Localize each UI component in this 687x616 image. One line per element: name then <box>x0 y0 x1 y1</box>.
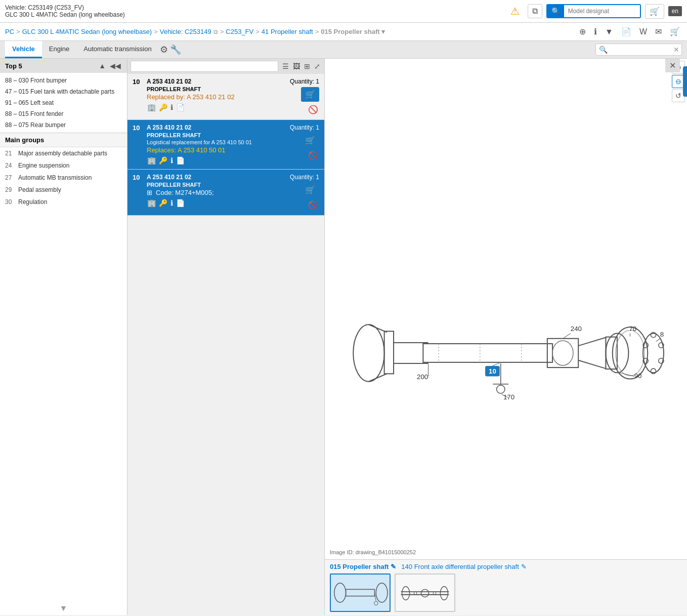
qty-label-0: Quantity: 1 <box>290 78 319 85</box>
breadcrumb-sep-4: > <box>315 28 319 35</box>
close-btn[interactable]: ✕ <box>665 59 680 72</box>
part-replaces-1: Replaces: A 253 410 50 01 <box>147 146 280 154</box>
parts-search-input[interactable] <box>131 61 278 72</box>
mg-item-3[interactable]: 29 Pedal assembly <box>0 184 127 196</box>
tab-search-input[interactable] <box>611 44 671 55</box>
del-btn-2[interactable]: 🚫 <box>307 199 319 211</box>
part-icon-doc-2[interactable]: 📄 <box>176 198 185 208</box>
breadcrumb-sep-0: > <box>16 28 20 35</box>
del-btn-1[interactable]: 🚫 <box>307 150 319 161</box>
model-search-btn[interactable]: 🔍 <box>547 5 564 17</box>
part-icon-doc-1[interactable]: 📄 <box>176 156 185 165</box>
bc-info-btn[interactable]: ℹ <box>592 26 599 37</box>
parts-list-icon[interactable]: ☰ <box>281 61 290 71</box>
mg-item-1[interactable]: 24 Engine suspension <box>0 159 127 172</box>
bc-doc-btn[interactable]: 📄 <box>619 26 633 37</box>
diag-tab-2[interactable]: 140 Front axle differential propeller sh… <box>401 563 526 570</box>
part-details-1: A 253 410 21 02 PROPELLER SHAFT Logistic… <box>147 124 280 165</box>
breadcrumb-dropdown-icon[interactable]: ▾ <box>381 28 385 35</box>
svg-text:10: 10 <box>489 367 496 375</box>
breadcrumb-pc[interactable]: PC <box>5 28 14 35</box>
mg-item-4[interactable]: 30 Regulation <box>0 196 127 208</box>
diag-thumbnails <box>330 573 682 612</box>
parts-list-header: ☰ 🖼 ⊞ ⤢ <box>127 59 324 74</box>
top-cart-btn[interactable]: 🛒 <box>645 4 664 19</box>
lang-btn[interactable]: en <box>668 6 682 16</box>
diag-accent <box>683 66 687 97</box>
part-code-2: A 253 410 21 02 <box>147 174 280 181</box>
part-icon-key-1[interactable]: 🔑 <box>158 156 168 165</box>
part-num-2: 10 <box>133 174 143 211</box>
qty-label-1: Quantity: 1 <box>290 124 319 131</box>
breadcrumb-propeller[interactable]: 41 Propeller shaft <box>262 28 313 35</box>
part-right-2: Quantity: 1 🛒 🚫 <box>284 174 319 211</box>
diag-tab-1-edit[interactable]: ✎ <box>391 563 396 570</box>
svg-text:8: 8 <box>660 331 664 338</box>
bc-filter-btn[interactable]: ▼ <box>603 26 615 37</box>
breadcrumb-sep-3: > <box>255 28 260 35</box>
svg-rect-50 <box>396 574 454 611</box>
mg-item-2[interactable]: 27 Automatic MB transmission <box>0 172 127 184</box>
top5-item-2[interactable]: 91 – 065 Left seat <box>0 97 127 108</box>
model-search-bar: 🔍 <box>546 4 641 18</box>
diag-tab-1[interactable]: 015 Propeller shaft ✎ <box>330 563 396 570</box>
tab-search-btn[interactable]: 🔍 <box>596 44 611 55</box>
bc-zoom-btn[interactable]: ⊕ <box>577 26 588 37</box>
part-icon-info-0[interactable]: ℹ <box>170 103 174 112</box>
diag-thumb-2[interactable] <box>395 573 455 612</box>
tab-automatic-transmission[interactable]: Automatic transmission <box>76 41 158 58</box>
top5-collapse-btn[interactable]: ▲ <box>98 62 107 70</box>
diag-tab-2-edit[interactable]: ✎ <box>521 563 527 570</box>
diag-thumb-1[interactable] <box>330 573 391 612</box>
top5-controls: ▲ ◀◀ <box>98 62 122 70</box>
part-code-extra-2: ⊞ Code: M274+M005; <box>147 189 280 196</box>
tab-tool-wrench[interactable]: ⚙ <box>159 43 169 56</box>
part-icon-key-2[interactable]: 🔑 <box>158 198 168 208</box>
part-icon-info-1[interactable]: ℹ <box>170 156 174 165</box>
bc-mail-btn[interactable]: ✉ <box>653 26 664 37</box>
breadcrumb-vehicle[interactable]: Vehicle: C253149 <box>160 28 211 35</box>
tab-tool-settings[interactable]: 🔧 <box>169 43 182 56</box>
mg-item-0[interactable]: 21 Major assembly detachable parts <box>0 147 127 159</box>
breadcrumb-copy-vehicle[interactable]: ⧉ <box>213 28 218 35</box>
part-icon-key-0[interactable]: 🔑 <box>158 103 168 112</box>
parts-image-icon[interactable]: 🖼 <box>292 61 301 71</box>
model-search-input[interactable] <box>564 5 640 17</box>
part-icon-info-2[interactable]: ℹ <box>170 198 174 208</box>
tab-search-clear-btn[interactable]: ✕ <box>671 44 681 55</box>
main-groups-header: Main groups <box>0 133 127 147</box>
tab-vehicle[interactable]: Vehicle <box>5 41 42 58</box>
part-details-0: A 253 410 21 02 PROPELLER SHAFT Replaced… <box>147 78 280 115</box>
breadcrumb-current[interactable]: 015 Propeller shaft ▾ <box>321 28 384 35</box>
bc-cart-btn[interactable]: 🛒 <box>668 26 682 37</box>
part-icon-building-2[interactable]: 🏢 <box>147 198 156 208</box>
warning-icon-btn[interactable]: ⚠ <box>506 3 524 19</box>
mg-num-3: 29 <box>5 186 15 193</box>
tab-tools: 🔍 ✕ <box>595 44 682 56</box>
tab-engine[interactable]: Engine <box>42 41 76 58</box>
parts-split-icon[interactable]: ⊞ <box>303 61 311 71</box>
part-name-1: PROPELLER SHAFT <box>147 132 280 138</box>
breadcrumb-glc[interactable]: GLC 300 L 4MATIC Sedan (long wheelbase) <box>22 28 152 35</box>
part-item-1: 10 A 253 410 21 02 PROPELLER SHAFT Logis… <box>127 120 324 170</box>
part-icon-building-1[interactable]: 🏢 <box>147 156 156 165</box>
top5-item-3[interactable]: 88 – 015 Front fender <box>0 108 127 119</box>
del-btn-0[interactable]: 🚫 <box>307 104 319 115</box>
top5-item-0[interactable]: 88 – 030 Front bumper <box>0 75 127 86</box>
copy-icon-btn[interactable]: ⧉ <box>528 4 542 18</box>
cart-btn-1[interactable]: 🛒 <box>301 133 319 148</box>
part-num-1: 10 <box>133 124 143 165</box>
diagram-panel: ✕ ⊕ ⊖ ↺ <box>325 59 687 615</box>
cart-btn-2[interactable]: 🛒 <box>301 183 319 197</box>
parts-expand-icon[interactable]: ⤢ <box>313 61 321 71</box>
cart-btn-0[interactable]: 🛒 <box>301 87 319 102</box>
part-logistical-1: Logistical replacement for A 253 410 50 … <box>147 139 280 145</box>
top5-minimize-btn[interactable]: ◀◀ <box>109 62 122 70</box>
part-name-0: PROPELLER SHAFT <box>147 86 280 92</box>
part-icon-doc-0[interactable]: 📄 <box>176 103 185 112</box>
breadcrumb-c253[interactable]: C253_FV <box>226 28 253 35</box>
top5-item-1[interactable]: 47 – 015 Fuel tank with detachable parts <box>0 86 127 97</box>
part-icon-building-0[interactable]: 🏢 <box>147 103 156 112</box>
bc-wis-btn[interactable]: W <box>637 26 649 37</box>
top5-item-4[interactable]: 88 – 075 Rear bumper <box>0 119 127 131</box>
